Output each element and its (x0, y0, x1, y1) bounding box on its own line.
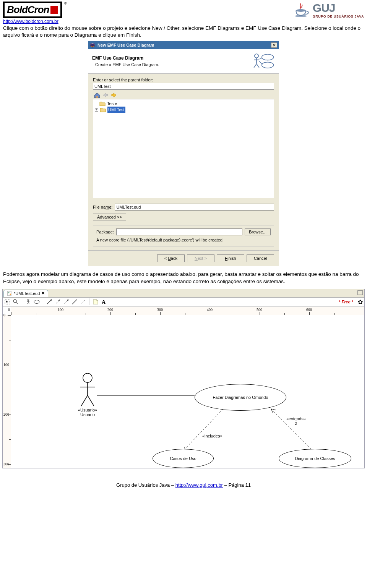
folder-icon (100, 107, 106, 112)
svg-line-27 (64, 300, 68, 304)
registered-mark: ® (64, 2, 67, 5)
expand-icon[interactable]: + (95, 108, 98, 112)
toolbar-separator (22, 298, 22, 305)
paragraph-1: Clique com o botão direito do mouse sobr… (0, 24, 367, 40)
guj-title: GUJ (313, 2, 364, 15)
usecase-tool-icon[interactable] (34, 299, 40, 305)
actor-usuario[interactable]: «Usuario» Usuario (78, 373, 97, 417)
usecase-label: Diagrama de Classes (295, 456, 335, 461)
close-icon[interactable]: ✕ (271, 42, 277, 48)
dialog-container: New EMF Use Case Diagram ✕ EMF Use Case … (0, 40, 367, 270)
note-tool-icon[interactable] (93, 299, 99, 305)
tree-item-teste[interactable]: Teste (99, 100, 272, 107)
back-button[interactable]: < Back (157, 254, 185, 262)
folder-tree[interactable]: Teste + UMLTest (93, 99, 274, 198)
select-tool-icon[interactable] (4, 299, 10, 305)
svg-point-15 (10, 293, 11, 295)
svg-line-22 (27, 303, 28, 304)
actor-figure-icon (78, 373, 97, 407)
page-header: BoldCron ® http://www.boldcron.com.br GU… (0, 0, 367, 24)
line-tool-icon[interactable] (71, 299, 78, 305)
tab-label: *UMLTest.eud (14, 291, 40, 296)
dialog-titlebar[interactable]: New EMF Use Case Diagram ✕ (88, 41, 279, 49)
guj-logo-block: GUJ GRUPO DE USUÁRIOS JAVA (293, 2, 364, 18)
tab-close-icon[interactable]: ✕ (41, 291, 45, 296)
usecase-banner-icon (252, 52, 275, 70)
package-input[interactable] (116, 228, 242, 235)
includes-label: «includes» (202, 434, 222, 438)
actor-tool-icon[interactable] (25, 299, 31, 305)
svg-point-34 (83, 373, 92, 382)
dialog-title: New EMF Use Case Diagram (97, 43, 271, 47)
toolbar-separator (43, 298, 43, 305)
svg-line-11 (259, 61, 263, 65)
guj-text: GUJ GRUPO DE USUÁRIOS JAVA (313, 2, 364, 18)
generalization-tool-icon[interactable] (55, 299, 61, 305)
maximize-icon[interactable] (357, 290, 363, 295)
package-label: Package: (96, 230, 114, 234)
svg-point-14 (8, 292, 10, 293)
svg-point-1 (295, 15, 307, 17)
wizard-banner: EMF Use Case Diagram Create a EMF Use Ca… (88, 49, 279, 74)
next-button: Next > (187, 254, 214, 262)
svg-line-23 (28, 303, 29, 304)
svg-rect-12 (96, 96, 98, 98)
editor-toolbar: A * Free * ✿ (3, 298, 364, 307)
parent-folder-input[interactable] (93, 83, 274, 90)
svg-point-0 (296, 9, 305, 12)
include-tool-icon[interactable] (63, 299, 69, 305)
tree-nav-icons (93, 92, 274, 98)
tabbar-right (357, 290, 364, 296)
cancel-button[interactable]: Cancel (247, 254, 274, 262)
filename-row: File name: (93, 204, 274, 211)
association-tool-icon[interactable] (46, 299, 52, 305)
new-emf-dialog: New EMF Use Case Diagram ✕ EMF Use Case … (88, 41, 279, 266)
file-icon (7, 291, 12, 296)
java-cup-icon (293, 2, 309, 18)
svg-line-6 (254, 64, 257, 68)
dashed-line-tool-icon[interactable] (80, 299, 86, 305)
usecase-diagrama-classes[interactable]: Diagrama de Classes (279, 449, 351, 468)
flower-icon[interactable]: ✿ (358, 298, 363, 306)
guj-subtitle: GRUPO DE USUÁRIOS JAVA (313, 15, 364, 18)
footer-pre: Grupo de Usuários Java – (116, 482, 175, 488)
diagram-canvas[interactable]: «Usuario» Usuario Fazer Diagramas no Omo… (11, 315, 364, 468)
svg-line-26 (55, 300, 59, 304)
boldcron-url-link[interactable]: http://www.boldcron.com.br (3, 19, 67, 24)
svg-line-25 (47, 300, 52, 304)
svg-line-32 (183, 409, 223, 451)
usecase-fazer-diagramas[interactable]: Fazer Diagramas no Omondo (195, 384, 286, 411)
eclipse-editor: *UMLTest.eud ✕ A * Free * ✿ (2, 289, 365, 468)
boldcron-logo-block: BoldCron ® http://www.boldcron.com.br (3, 2, 67, 24)
svg-text:A: A (102, 299, 106, 305)
home-icon[interactable] (94, 92, 101, 98)
svg-line-7 (257, 64, 259, 68)
toolbar-separator (89, 298, 89, 305)
editor-container: *UMLTest.eud ✕ A * Free * ✿ (0, 287, 367, 471)
browse-button[interactable]: Browse... (245, 228, 271, 235)
package-row: Package: Browse... (96, 228, 271, 235)
svg-line-38 (88, 395, 94, 406)
boldcron-logo: BoldCron ® (3, 2, 67, 18)
filename-input[interactable] (115, 204, 274, 211)
footer-link[interactable]: http://www.guj.com.br (175, 482, 223, 488)
boldcron-text: BoldCron (7, 4, 49, 16)
finish-button[interactable]: Finish (217, 254, 244, 262)
usecase-casos-de-uso[interactable]: Casos de Uso (153, 449, 214, 468)
vertical-ruler: 0 100 200 300 (3, 315, 11, 468)
usecase-label: Casos de Uso (170, 456, 196, 461)
zoom-tool-icon[interactable] (13, 299, 19, 305)
svg-point-8 (262, 54, 274, 60)
text-tool-icon[interactable]: A (101, 299, 107, 305)
svg-point-19 (28, 299, 29, 301)
boldcron-wordmark: BoldCron (3, 2, 62, 18)
parent-folder-label: Enter or select the parent folder: (93, 78, 274, 82)
connections-layer (11, 315, 364, 468)
tree-item-umltest[interactable]: + UMLTest (95, 107, 272, 113)
advanced-button[interactable]: AAdvanced >>dvanced >> (93, 214, 126, 220)
back-arrow-icon[interactable] (102, 92, 109, 98)
extends-label: «extends» 2 (286, 416, 306, 426)
wizard-title: EMF Use Case Diagram (92, 55, 159, 61)
editor-tab[interactable]: *UMLTest.eud ✕ (3, 290, 48, 297)
forward-arrow-icon[interactable] (110, 92, 117, 98)
